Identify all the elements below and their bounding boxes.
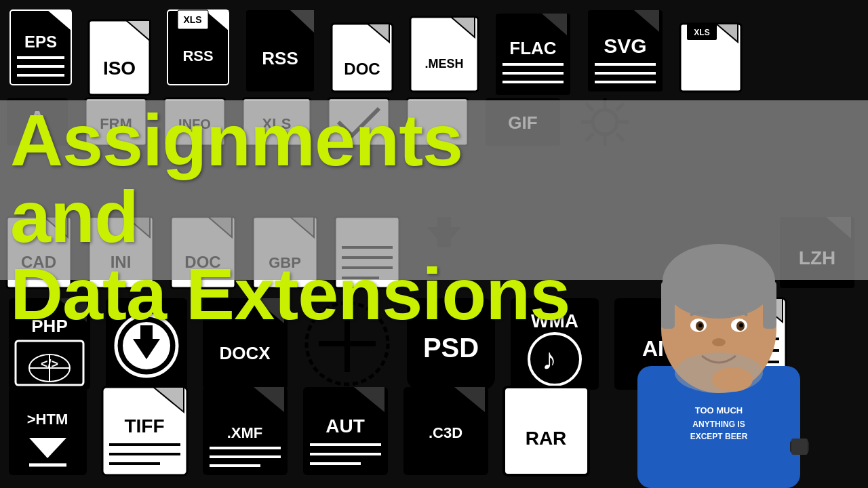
- svg-text:DOCX: DOCX: [219, 343, 271, 363]
- person-container: TOO MUCH ANYTHING IS EXCEPT BEER: [597, 230, 841, 488]
- title-line2: Data Extensions: [10, 256, 587, 332]
- svg-rect-147: [661, 281, 675, 329]
- bottom-row-icons: >HTM TIFF .XMF: [0, 380, 495, 485]
- svg-text:ANYTHING IS: ANYTHING IS: [692, 420, 745, 429]
- svg-icon: SVG: [581, 7, 669, 95]
- mesh-icon: .MESH: [403, 14, 485, 95]
- tiff-icon: TIFF: [99, 384, 194, 481]
- svg-rect-162: [791, 439, 808, 455]
- svg-text:PSD: PSD: [423, 333, 479, 363]
- svg-text:SVG: SVG: [604, 35, 646, 57]
- svg-text:TIFF: TIFF: [124, 415, 164, 436]
- svg-text:AUT: AUT: [326, 415, 365, 436]
- svg-text:TOO MUCH: TOO MUCH: [695, 405, 743, 415]
- svg-text:.MESH: .MESH: [425, 57, 463, 70]
- flac-icon: FLAC: [489, 10, 577, 98]
- svg-text:ISO: ISO: [103, 58, 136, 79]
- title-line1: Assignments and: [10, 102, 587, 256]
- htm-icon: >HTM: [5, 384, 94, 481]
- svg-text:♪: ♪: [542, 342, 557, 375]
- main-container: EPS ISO XLS RSS: [0, 0, 868, 488]
- svg-text:>HTM: >HTM: [27, 411, 68, 428]
- svg-text:RSS: RSS: [182, 47, 213, 64]
- svg-text:DOC: DOC: [344, 60, 380, 78]
- svg-point-153: [698, 323, 703, 327]
- svg-point-146: [663, 244, 775, 319]
- svg-point-154: [739, 323, 743, 327]
- svg-text:RSS: RSS: [262, 48, 298, 68]
- title-container: Assignments and Data Extensions: [10, 102, 587, 332]
- svg-point-155: [712, 338, 726, 346]
- svg-text:FLAC: FLAC: [509, 38, 557, 58]
- svg-point-160: [712, 367, 753, 392]
- svg-text:.C3D: .C3D: [429, 424, 462, 441]
- doc-icon: DOC: [325, 20, 399, 95]
- svg-text:XLS: XLS: [694, 28, 709, 37]
- aut-icon: AUT: [300, 384, 395, 481]
- xls-right-icon: XLS: [673, 20, 748, 95]
- eps-icon: EPS: [3, 7, 78, 88]
- svg-text:EXCEPT BEER: EXCEPT BEER: [690, 432, 748, 441]
- c3d-icon: .C3D: [400, 384, 495, 481]
- svg-rect-116: [9, 387, 87, 475]
- xmf-icon: .XMF: [199, 384, 294, 481]
- svg-text:.XMF: .XMF: [227, 424, 263, 441]
- person-svg: TOO MUCH ANYTHING IS EXCEPT BEER: [597, 230, 841, 488]
- top-icons-row: EPS ISO XLS RSS: [0, 3, 868, 102]
- svg-text:EPS: EPS: [24, 33, 57, 51]
- svg-text:RAR: RAR: [526, 428, 567, 449]
- rar-icon: RAR: [500, 384, 595, 481]
- xls-icon: XLS RSS: [161, 7, 235, 88]
- iso-icon: ISO: [82, 17, 157, 98]
- rss-icon: RSS: [239, 7, 321, 95]
- svg-text:XLS: XLS: [183, 14, 201, 25]
- svg-rect-148: [763, 281, 776, 329]
